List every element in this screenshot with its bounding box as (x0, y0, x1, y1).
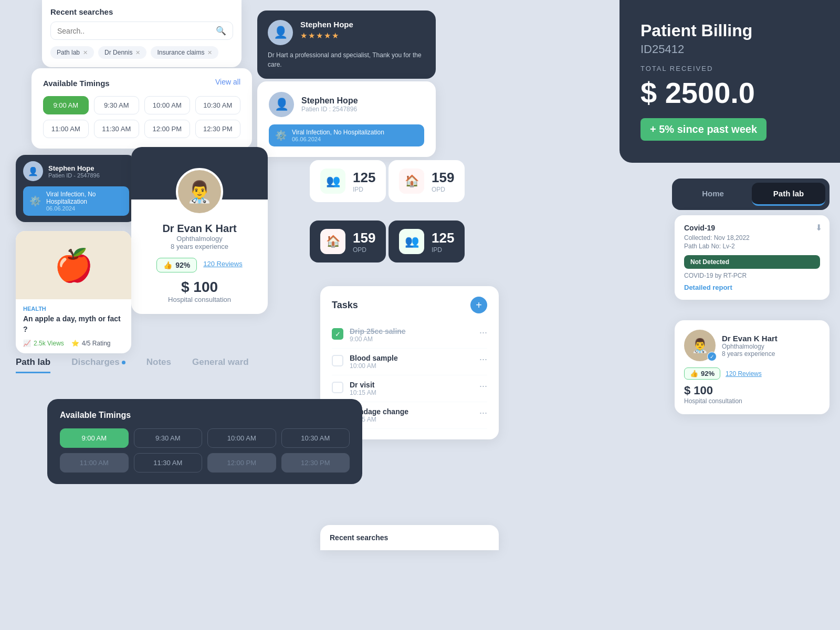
task-dots-3[interactable]: ··· (479, 381, 487, 392)
thumbs-up-icon: 👍 (163, 261, 172, 269)
stat-opd-top: 🏠 159 OPD (388, 160, 465, 202)
patient-mid-avatar: 👤 (269, 92, 294, 117)
tab-discharges[interactable]: Discharges (71, 357, 125, 373)
tasks-title: Tasks (332, 300, 358, 311)
task-checkbox-3[interactable] (332, 382, 343, 393)
house-icon: 🏠 (405, 174, 419, 188)
doctor-consult: Hospital consultation (142, 296, 257, 303)
review-card: 👤 Stephen Hope ★★★★★ Dr Hart a professio… (257, 10, 436, 79)
house-bottom-icon: 🏠 (326, 235, 340, 248)
review-text: Dr Hart a professional and specialist, T… (268, 50, 425, 69)
time-slot-7[interactable]: 12:30 PM (195, 120, 241, 138)
health-views: 📈 2.5k Views (23, 340, 64, 347)
diagnosis-mid-text: Viral Infection, No Hospitalization (292, 129, 384, 136)
tag-drdennis[interactable]: Dr Dennis ✕ (98, 46, 146, 59)
tag-close-icon[interactable]: ✕ (83, 49, 88, 56)
billing-id: ID25412 (640, 43, 819, 56)
task-dots-4[interactable]: ··· (479, 407, 487, 418)
tag-label: Dr Dennis (104, 49, 132, 56)
time-slot-1[interactable]: 9:30 AM (94, 96, 140, 114)
search-icon: 🔍 (216, 26, 226, 36)
time-slot-6[interactable]: 12:00 PM (144, 120, 190, 138)
task-name-1: Drip 25cc saline (350, 327, 406, 335)
covid-date: Collected: Nov 18,2022 (684, 234, 820, 242)
recent-searches-bottom: Recent searches (320, 525, 499, 550)
doctor-card-header: 👨‍⚕️ ✓ (131, 147, 268, 200)
ipd-bottom-icon-box: 👥 (399, 229, 424, 254)
available-timings-top: View all Available Timings 9:00 AM 9:30 … (32, 68, 252, 149)
time-btn-dark-4[interactable]: 11:00 AM (60, 453, 129, 472)
billing-amount: $ 2500.0 (640, 76, 819, 110)
doctor-specialty: Ophthalmology (142, 235, 257, 243)
health-image: 🍎 (16, 231, 131, 299)
download-icon[interactable]: ⬇ (815, 223, 822, 233)
view-all-link[interactable]: View all (215, 78, 240, 86)
timings-bottom-card: View all Available Timings 9:00 AM 9:30 … (47, 399, 362, 484)
patient-avatar-sm: 👤 (23, 161, 43, 181)
diagnosis-date: 06.06.2024 (46, 205, 123, 212)
covid-title: Covid-19 (684, 224, 820, 232)
tab-notes[interactable]: Notes (146, 357, 171, 373)
doctor-sm-consult: Hospital consultation (684, 397, 820, 405)
time-btn-dark-0[interactable]: 9:00 AM (60, 428, 129, 448)
time-slot-0[interactable]: 9:00 AM (43, 96, 89, 114)
time-slot-5[interactable]: 11:30 AM (94, 120, 140, 138)
tag-close-icon[interactable]: ✕ (207, 49, 212, 56)
add-task-button[interactable]: + (470, 297, 487, 313)
time-btn-dark-2[interactable]: 10:00 AM (207, 428, 276, 448)
tag-close-icon[interactable]: ✕ (135, 49, 140, 56)
task-dots-1[interactable]: ··· (479, 327, 487, 338)
diagnosis-text: Viral Infection, No Hospitalization (46, 191, 123, 205)
task-item-1: ✓ Drip 25cc saline 9:00 AM ··· (332, 322, 487, 349)
health-tag: HEALTH (23, 306, 124, 312)
patient-card-small: 👤 Stephen Hope Patien ID - 2547896 ⚙️ Vi… (16, 155, 136, 222)
doctor-reviews[interactable]: 120 Reviews (203, 260, 242, 268)
opd-bottom-number: 159 (353, 230, 375, 246)
tab-home[interactable]: Home (676, 183, 750, 206)
timings-title: Available Timings (43, 79, 240, 88)
rating-value: 4/5 Rating (82, 340, 111, 347)
search-box[interactable]: 🔍 (50, 22, 233, 40)
time-slot-2[interactable]: 10:00 AM (144, 96, 190, 114)
search-tags: Path lab ✕ Dr Dennis ✕ Insurance claims … (50, 46, 233, 59)
health-rating: ⭐ 4/5 Rating (71, 340, 111, 347)
time-btn-dark-7[interactable]: 12:30 PM (281, 453, 350, 472)
time-btn-dark-1[interactable]: 9:30 AM (134, 428, 203, 448)
search-input[interactable] (57, 27, 216, 35)
time-btn-dark-5[interactable]: 11:30 AM (134, 453, 203, 472)
patient-mid-name: Stephen Hope (301, 96, 358, 106)
task-dots-2[interactable]: ··· (479, 354, 487, 365)
timings-bottom-grid: 9:00 AM 9:30 AM 10:00 AM 10:30 AM 11:00 … (60, 428, 350, 472)
doctor-experience: 8 years experience (142, 243, 257, 250)
time-btn-dark-6[interactable]: 12:00 PM (207, 453, 276, 472)
tab-pathlab-bottom[interactable]: Path lab (16, 357, 50, 373)
doctor-card-sm: 👨‍⚕️ ✓ Dr Evan K Hart Ophthalmology 8 ye… (675, 320, 830, 414)
tag-pathlab[interactable]: Path lab ✕ (50, 46, 94, 59)
time-btn-dark-3[interactable]: 10:30 AM (281, 428, 350, 448)
ipd-label: IPD (353, 186, 375, 193)
doctor-card: 👨‍⚕️ ✓ Dr Evan K Hart Ophthalmology 8 ye… (131, 147, 268, 314)
ipd-bottom-label: IPD (432, 246, 454, 254)
doctor-rating: 👍 92% (156, 258, 197, 272)
doctor-price: $ 100 (142, 279, 257, 296)
diagnosis-tag: ⚙️ Viral Infection, No Hospitalization 0… (23, 186, 129, 216)
task-checkbox-1[interactable]: ✓ (332, 328, 343, 340)
tab-generalward[interactable]: General ward (192, 357, 249, 373)
tab-pathlab[interactable]: Path lab (752, 183, 825, 206)
nav-tabs-card: Home Path lab (672, 178, 830, 210)
tag-label: Insurance claims (157, 49, 204, 56)
doctor-sm-reviews[interactable]: 120 Reviews (726, 370, 762, 377)
recent-bottom-title: Recent searches (330, 533, 489, 542)
covid-lab: Path Lab No: Lv-2 (684, 243, 820, 250)
trend-up-icon: 📈 (23, 340, 31, 347)
covid-detail-link[interactable]: Detailed report (684, 284, 820, 291)
thumbs-up-sm-icon: 👍 (690, 370, 698, 377)
tag-insurance[interactable]: Insurance claims ✕ (151, 46, 218, 59)
doctor-sm-specialty: Ophthalmology (722, 343, 778, 350)
diagnosis-mid-icon: ⚙️ (275, 130, 287, 141)
time-slot-4[interactable]: 11:00 AM (43, 120, 89, 138)
time-slot-3[interactable]: 10:30 AM (195, 96, 241, 114)
recent-searches-title: Recent searches (50, 7, 233, 16)
covid-card: ⬇ Covid-19 Collected: Nov 18,2022 Path L… (675, 215, 830, 300)
covid-result: Not Detected (684, 255, 820, 269)
